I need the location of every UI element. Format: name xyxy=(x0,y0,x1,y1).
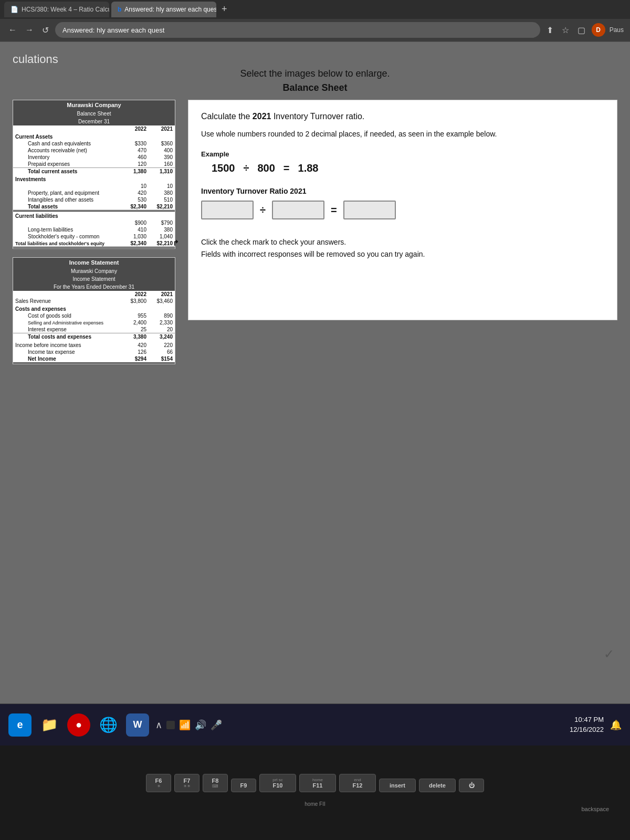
table-row-total-equity: Total liabilities and stockholder's equi… xyxy=(13,240,175,248)
taskbar-chrome-icon[interactable]: 🌐 xyxy=(97,713,120,737)
taskbar-network-icon xyxy=(166,721,175,729)
key-f7[interactable]: F7 ☀☀ xyxy=(174,774,200,792)
table-row-total: Total costs and expenses 3,380 3,240 xyxy=(13,333,175,341)
tab-1-favicon: 📄 xyxy=(10,6,18,13)
page-title: culations xyxy=(13,52,58,66)
bs-investments-title: Investments xyxy=(13,175,122,183)
taskbar-caret-icon: ∧ xyxy=(155,719,162,731)
ratio-label: Inventory Turnover Ratio 2021 xyxy=(201,187,604,195)
table-row: Income before income taxes 420 220 xyxy=(13,340,175,349)
date-value: 12/16/2022 xyxy=(570,725,604,734)
tab-2-label: Answered: hly answer each quest xyxy=(124,6,216,13)
is-col-2021: 2021 xyxy=(149,291,175,298)
table-row: Cash and cash equivalents $330 $360 xyxy=(13,140,175,147)
share-icon[interactable]: ⬆ xyxy=(544,25,555,35)
example-num1: 1500 xyxy=(212,162,235,174)
pause-label: Paus xyxy=(610,26,624,34)
table-row-net-income: Net Income $294 $154 xyxy=(13,355,175,363)
address-bar: ← → ↺ ⬆ ☆ ▢ D Paus xyxy=(0,19,630,41)
key-power[interactable]: ⏻ xyxy=(459,779,484,792)
backspace-label: backspace xyxy=(581,806,609,812)
key-delete[interactable]: delete xyxy=(419,779,456,792)
taskbar-mic-icon: 🎤 xyxy=(211,719,222,731)
example-result: 1.88 xyxy=(298,162,319,174)
new-tab-button[interactable]: + xyxy=(218,4,230,15)
bs-col-2022: 2022 xyxy=(122,125,149,132)
table-row-total-assets: Total assets $2,340 $2,210 xyxy=(13,203,175,211)
income-statement-table: Income Statement Murawski Company Income… xyxy=(13,257,175,364)
taskbar: e 📁 ● 🌐 W ∧ 📶 🔊 🎤 10:47 PM 12/16/2022 🔔 xyxy=(0,704,630,746)
table-row: Stockholder's equity - common 1,030 1,04… xyxy=(13,233,175,240)
key-f8[interactable]: F8 ⌨ xyxy=(203,774,228,792)
taskbar-volume-icon: 🔊 xyxy=(195,719,206,731)
home-fii-label: home FII xyxy=(304,801,325,807)
tab-2-favicon: b xyxy=(118,6,121,13)
is-col-2022: 2022 xyxy=(122,291,149,298)
key-home-f11[interactable]: home F11 xyxy=(299,774,336,792)
table-row: Prepaid expenses 120 160 xyxy=(13,161,175,168)
user-avatar[interactable]: D xyxy=(592,23,605,37)
example-num2: 800 xyxy=(257,162,275,174)
bs-company-name: Murawski Company xyxy=(13,100,175,110)
ratio-result-input[interactable] xyxy=(343,201,396,219)
ratio-numerator-input[interactable] xyxy=(201,201,254,219)
tab-2[interactable]: b Answered: hly answer each quest ✕ xyxy=(111,2,216,17)
taskbar-edge-icon[interactable]: e xyxy=(8,713,32,737)
refresh-button[interactable]: ↺ xyxy=(40,25,51,35)
table-row: Intangibles and other assets 530 510 xyxy=(13,196,175,203)
ratio-denominator-input[interactable] xyxy=(272,201,324,219)
time-value: 10:47 PM xyxy=(570,715,604,724)
taskbar-time: 10:47 PM 12/16/2022 xyxy=(570,715,604,734)
balance-sheet-heading: Balance Sheet xyxy=(282,82,347,93)
key-f6[interactable]: F6 ☀ xyxy=(146,774,171,792)
example-eq-icon: = xyxy=(284,162,290,174)
table-row: Property, plant, and equipment 420 380 xyxy=(13,190,175,196)
check-icon[interactable]: ✓ xyxy=(604,647,614,661)
right-panel: Calculate the 2021 Inventory Turnover ra… xyxy=(188,100,617,320)
table-row: Interest expense 25 20 xyxy=(13,326,175,333)
example-label: Example xyxy=(201,150,604,158)
bs-current-assets-title: Current Assets xyxy=(13,132,122,140)
tab-1[interactable]: 📄 HCS/380: Week 4 – Ratio Calcula ✕ xyxy=(4,2,109,17)
instructions-bottom: Click the check mark to check your answe… xyxy=(201,236,604,260)
address-input[interactable] xyxy=(55,22,540,38)
balance-sheet-table: Murawski Company Balance Sheet December … xyxy=(13,100,175,249)
tab-bar: 📄 HCS/380: Week 4 – Ratio Calcula ✕ b An… xyxy=(0,0,630,19)
forward-button[interactable]: → xyxy=(23,25,36,35)
window-icon[interactable]: ▢ xyxy=(575,25,587,35)
ratio-eq-icon: = xyxy=(331,204,337,216)
table-row: Accounts receivable (net) 470 400 xyxy=(13,147,175,154)
question-instructions: Use whole numbers rounded to 2 decimal p… xyxy=(201,129,604,140)
taskbar-word-icon[interactable]: W xyxy=(126,713,149,737)
bs-liabilities-title: Current liabilities xyxy=(13,211,122,220)
key-end-f12[interactable]: end F12 xyxy=(339,774,376,792)
function-key-row: F6 ☀ F7 ☀☀ F8 ⌨ F9 prt sc F10 home F11 e… xyxy=(146,774,484,792)
check-mark-area: ✓ xyxy=(604,647,614,662)
star-icon[interactable]: ☆ xyxy=(560,25,571,35)
key-prtsc-f10[interactable]: prt sc F10 xyxy=(259,774,296,792)
table-row: 10 10 xyxy=(13,183,175,190)
left-panel: Murawski Company Balance Sheet December … xyxy=(13,100,175,373)
table-row: Long-term liabilities 410 380 xyxy=(13,226,175,233)
taskbar-wifi-icon: 📶 xyxy=(179,719,191,731)
tab-1-label: HCS/380: Week 4 – Ratio Calcula xyxy=(22,6,109,13)
key-f9[interactable]: F9 xyxy=(231,779,256,792)
table-row: Sales Revenue $3,800 $3,460 xyxy=(13,298,175,304)
taskbar-notification-icon[interactable]: 🔔 xyxy=(610,719,622,731)
ratio-section: Inventory Turnover Ratio 2021 ÷ = xyxy=(201,187,604,219)
keyboard-bottom-row: home FII backspace xyxy=(0,796,630,812)
is-company: Murawski Company xyxy=(13,267,175,275)
table-row: Income tax expense 126 66 xyxy=(13,349,175,355)
table-row: $900 $790 xyxy=(13,219,175,226)
table-row-total: Total current assets 1,380 1,310 xyxy=(13,168,175,175)
example-div-icon: ÷ xyxy=(244,162,249,174)
taskbar-sys-icons: ∧ 📶 🔊 🎤 xyxy=(155,719,222,731)
table-row: Cost of goods sold 955 890 xyxy=(13,312,175,319)
ratio-div-icon: ÷ xyxy=(260,204,266,216)
ratio-inputs: ÷ = xyxy=(201,201,604,219)
back-button[interactable]: ← xyxy=(6,25,19,35)
key-insert[interactable]: insert xyxy=(379,779,416,792)
taskbar-dot-icon[interactable]: ● xyxy=(67,713,90,737)
example-box: Example 1500 ÷ 800 = 1.88 xyxy=(201,150,604,174)
taskbar-folder-icon[interactable]: 📁 xyxy=(38,713,61,737)
